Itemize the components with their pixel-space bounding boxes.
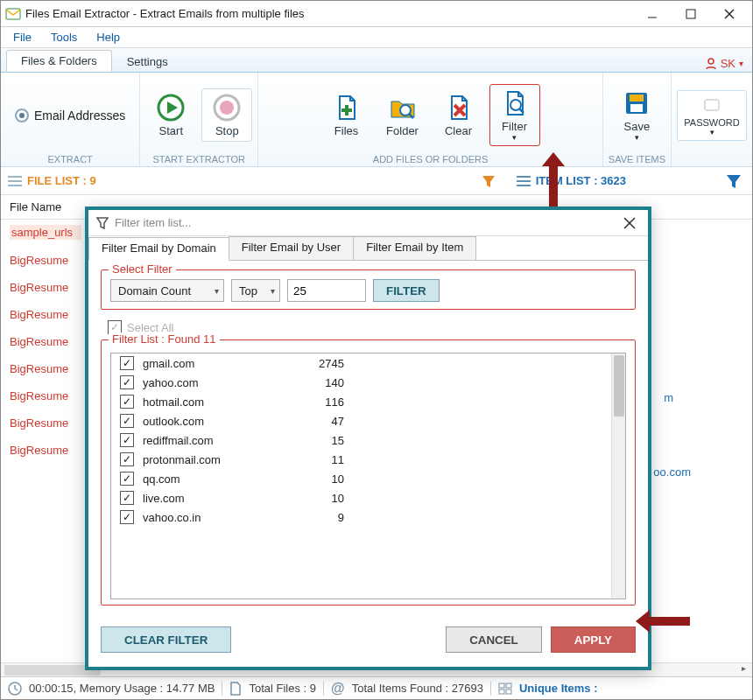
checkbox-icon[interactable]: ✓ <box>120 491 134 505</box>
filter-dialog: Filter item list... Filter Email by Doma… <box>85 206 651 670</box>
status-files: Total Files : 9 <box>249 682 316 695</box>
checkbox-icon[interactable]: ✓ <box>120 414 134 428</box>
group-save-label: SAVE ITEMS <box>609 154 665 164</box>
clear-filter-button[interactable]: CLEAR FILTER <box>101 626 231 653</box>
filter-run-button[interactable]: FILTER <box>373 279 440 302</box>
save-icon <box>622 88 651 118</box>
folder-button[interactable]: Folder <box>377 88 428 142</box>
email-addresses-radio[interactable]: Email Addresses <box>6 102 134 130</box>
status-items: Total Items Found : 27693 <box>352 682 483 695</box>
minimize-button[interactable] <box>633 2 672 26</box>
stop-button[interactable]: Stop <box>201 88 252 142</box>
save-button[interactable]: Save ▾ <box>611 84 662 146</box>
titlebar: Files Email Extractor - Extract Emails f… <box>1 1 752 27</box>
top-value-input[interactable] <box>287 279 366 302</box>
scroll-right-arrow[interactable]: ▸ <box>736 663 750 677</box>
email-addresses-label: Email Addresses <box>34 108 125 122</box>
file-list: sample_urls BigResume BigResume BigResum… <box>1 220 85 662</box>
file-plus-icon <box>332 93 362 122</box>
checkbox-icon[interactable]: ✓ <box>120 472 134 486</box>
ribbon: Email Addresses EXTRACT Start Stop START… <box>1 73 752 167</box>
svg-rect-35 <box>499 690 504 694</box>
file-x-icon <box>444 93 474 122</box>
funnel-icon <box>95 216 109 230</box>
tab-settings[interactable]: Settings <box>112 51 183 72</box>
close-button[interactable] <box>710 2 749 26</box>
stop-icon <box>212 93 242 122</box>
checkbox-icon[interactable]: ✓ <box>120 510 134 524</box>
checkbox-icon[interactable]: ✓ <box>120 452 134 466</box>
svg-rect-27 <box>517 180 531 182</box>
svg-marker-25 <box>482 176 495 187</box>
vertical-scrollbar[interactable] <box>611 354 625 598</box>
file-row[interactable]: BigResume <box>10 308 81 321</box>
apply-button[interactable]: APPLY <box>551 626 636 653</box>
funnel-icon[interactable] <box>482 174 496 188</box>
svg-rect-23 <box>8 180 22 182</box>
filter-row[interactable]: ✓live.com10 <box>111 488 625 508</box>
filter-row[interactable]: ✓qq.com10 <box>111 469 625 488</box>
top-select[interactable]: Top <box>231 279 280 302</box>
checkbox-icon[interactable]: ✓ <box>120 433 134 447</box>
filter-row[interactable]: ✓vahoo.co.in9 <box>111 508 625 527</box>
user-menu[interactable]: SK ▾ <box>705 57 743 72</box>
chevron-down-icon: ▾ <box>512 133 517 142</box>
file-row[interactable]: BigResume <box>10 389 81 402</box>
app-icon <box>4 7 22 21</box>
group-add-label: ADD FILES OR FOLDERS <box>373 154 488 164</box>
dialog-title: Filter item list... <box>115 216 191 229</box>
select-filter-legend: Select Filter <box>109 262 176 276</box>
domain-count-select[interactable]: Domain Count <box>110 279 224 302</box>
menu-help[interactable]: Help <box>88 29 129 46</box>
list-summary-bar: FILE LIST : 9 ITEM LIST : 3623 <box>1 167 752 195</box>
svg-rect-22 <box>8 176 22 178</box>
checkbox-icon[interactable]: ✓ <box>120 356 134 370</box>
cancel-button[interactable]: CANCEL <box>446 626 542 653</box>
status-bar: 00:00:15, Memory Usage : 14.77 MB Total … <box>1 676 752 699</box>
checkbox-icon[interactable]: ✓ <box>120 375 134 389</box>
ribbon-tabs: Files & Folders Settings SK ▾ <box>1 48 752 73</box>
filter-right-icon[interactable] <box>726 173 742 189</box>
filter-row[interactable]: ✓yahoo.com140 <box>111 373 625 392</box>
svg-line-32 <box>15 689 18 690</box>
file-row[interactable]: sample_urls <box>10 225 81 240</box>
svg-rect-20 <box>630 104 643 112</box>
filter-row[interactable]: ✓gmail.com2745 <box>111 354 625 373</box>
user-label: SK <box>721 57 735 70</box>
filter-row[interactable]: ✓protonmail.com11 <box>111 450 625 469</box>
maximize-button[interactable] <box>672 2 710 26</box>
user-icon <box>705 58 717 70</box>
svg-rect-24 <box>8 185 22 186</box>
file-row[interactable]: BigResume <box>10 362 81 375</box>
files-button[interactable]: Files <box>321 88 372 142</box>
filter-row[interactable]: ✓hotmail.com116 <box>111 392 625 411</box>
dialog-close-button[interactable] <box>618 215 641 231</box>
filter-button[interactable]: Filter ▾ <box>489 84 540 146</box>
menu-tools[interactable]: Tools <box>42 29 86 46</box>
checkbox-icon[interactable]: ✓ <box>120 395 134 409</box>
tab-filter-item[interactable]: Filter Email by Item <box>353 236 476 260</box>
filter-result-list: ✓gmail.com2745 ✓yahoo.com140 ✓hotmail.co… <box>110 353 626 599</box>
tab-filter-domain[interactable]: Filter Email by Domain <box>88 237 229 261</box>
tab-files-folders[interactable]: Files & Folders <box>6 50 112 72</box>
file-row[interactable]: BigResume <box>10 281 81 294</box>
menu-file[interactable]: File <box>4 29 40 46</box>
svg-rect-36 <box>506 690 511 694</box>
file-row[interactable]: BigResume <box>10 416 81 430</box>
file-row[interactable]: BigResume <box>10 335 81 348</box>
svg-rect-19 <box>630 94 644 102</box>
clear-button[interactable]: Clear <box>433 88 484 142</box>
start-button[interactable]: Start <box>145 88 196 142</box>
file-row[interactable]: BigResume <box>10 444 81 457</box>
svg-point-9 <box>220 101 234 115</box>
svg-rect-28 <box>517 185 531 186</box>
tab-filter-user[interactable]: Filter Email by User <box>229 236 354 260</box>
filter-row[interactable]: ✓rediffmail.com15 <box>111 430 625 450</box>
filter-row[interactable]: ✓outlook.com47 <box>111 411 625 430</box>
chevron-down-icon: ▾ <box>710 128 714 136</box>
password-button[interactable]: PASSWORD ▾ <box>677 90 747 141</box>
scroll-thumb[interactable] <box>614 355 624 416</box>
file-row[interactable]: BigResume <box>10 254 81 267</box>
radio-icon <box>15 108 29 122</box>
svg-rect-21 <box>705 100 719 110</box>
